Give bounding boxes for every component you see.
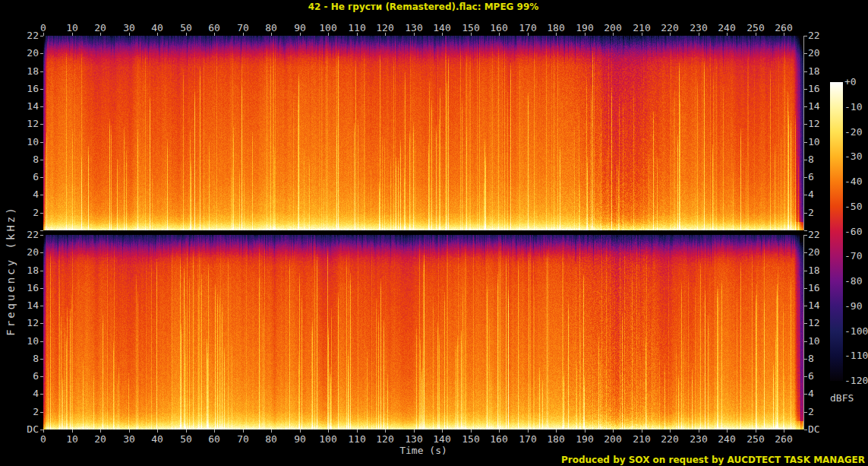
freq-tick-mark — [40, 230, 43, 231]
freq-tick-label: 10 — [0, 336, 39, 347]
freq-tick-label: 4 — [0, 388, 39, 399]
freq-tick-mark — [804, 376, 807, 377]
spectrogram-panel-channel-1 — [43, 36, 804, 230]
legend-colorbar — [830, 82, 843, 381]
time-tick-label: 210 — [627, 23, 657, 33]
freq-tick-label: 22 — [808, 30, 838, 41]
freq-tick-mark — [804, 213, 807, 214]
freq-tick-label: 10 — [0, 137, 39, 147]
freq-tick-mark — [804, 288, 807, 289]
time-tick-mark — [585, 430, 586, 433]
freq-tick-label: 16 — [0, 283, 39, 293]
time-tick-label: 120 — [370, 434, 400, 445]
time-tick-label: 260 — [769, 434, 799, 445]
time-tick-mark — [100, 430, 101, 433]
time-tick-label: 200 — [598, 434, 628, 445]
time-tick-mark — [129, 430, 130, 433]
freq-tick-mark — [804, 106, 807, 107]
time-tick-label: 190 — [570, 23, 600, 33]
freq-tick-mark — [804, 323, 807, 324]
time-tick-mark — [385, 430, 386, 433]
freq-tick-label: 8 — [0, 353, 39, 364]
time-tick-label: 0 — [28, 434, 58, 445]
legend-tick-label: -90 — [844, 301, 862, 312]
time-tick-mark — [300, 430, 301, 433]
time-tick-label: 170 — [513, 23, 543, 33]
time-tick-mark — [784, 430, 784, 433]
time-tick-label: 50 — [171, 434, 201, 445]
time-tick-label: 60 — [199, 23, 229, 33]
legend-tick-label: -100 — [844, 326, 868, 337]
freq-tick-label: 20 — [0, 247, 39, 258]
time-tick-label: 90 — [285, 23, 315, 33]
time-tick-mark — [499, 430, 500, 433]
freq-tick-label: 8 — [0, 154, 39, 165]
freq-tick-mark — [804, 53, 807, 54]
freq-tick-mark — [804, 394, 807, 395]
freq-tick-label: 6 — [0, 371, 39, 382]
legend-tick-label: +0 — [844, 77, 857, 87]
time-tick-mark — [471, 430, 472, 433]
time-tick-mark — [727, 430, 728, 433]
time-tick-label: 160 — [484, 23, 514, 33]
freq-tick-label: 2 — [0, 407, 39, 417]
spectrogram-channel-2-canvas — [43, 235, 803, 430]
time-tick-mark — [328, 430, 329, 433]
freq-tick-mark — [804, 160, 807, 160]
freq-tick-label: 12 — [0, 318, 39, 328]
time-tick-mark — [43, 430, 44, 433]
time-tick-label: 150 — [456, 434, 486, 445]
freq-tick-label: 18 — [808, 66, 838, 77]
footer-credit: Produced by SOX on request by AUCDTECT T… — [561, 455, 865, 465]
legend-tick-label: -50 — [844, 201, 862, 212]
freq-tick-label: 18 — [0, 265, 39, 276]
freq-tick-label: 2 — [0, 208, 39, 218]
freq-tick-label: 14 — [0, 101, 39, 112]
time-tick-mark — [243, 430, 244, 433]
time-tick-mark — [157, 430, 158, 433]
time-tick-mark — [528, 430, 529, 433]
time-tick-label: 10 — [57, 434, 87, 445]
freq-tick-mark — [40, 430, 43, 430]
freq-tick-label: 20 — [808, 48, 838, 59]
time-tick-label: 150 — [456, 23, 486, 33]
time-tick-label: 40 — [142, 434, 172, 445]
legend-tick-label: -120 — [844, 376, 868, 386]
time-tick-mark — [556, 430, 557, 433]
time-tick-label: 220 — [655, 434, 685, 445]
time-tick-label: 80 — [256, 434, 286, 445]
spectrogram-title: 42 - Не грусти (Remastered).flac: MPEG 9… — [43, 2, 803, 12]
freq-tick-mark — [804, 195, 807, 195]
freq-tick-label: 14 — [0, 300, 39, 311]
time-tick-label: 40 — [142, 23, 172, 33]
legend-tick-label: -10 — [844, 102, 862, 113]
time-tick-mark — [72, 430, 73, 433]
time-tick-label: 30 — [114, 23, 144, 33]
time-tick-label: 160 — [484, 434, 514, 445]
time-tick-mark — [670, 430, 671, 433]
freq-tick-label: 22 — [0, 230, 39, 240]
freq-tick-label: 4 — [0, 189, 39, 200]
time-tick-mark — [756, 430, 756, 433]
time-tick-mark — [442, 430, 443, 433]
time-tick-mark — [613, 430, 614, 433]
freq-tick-mark — [804, 252, 807, 253]
freq-tick-mark — [804, 306, 807, 306]
time-tick-label: 210 — [627, 434, 657, 445]
freq-tick-mark — [804, 341, 807, 342]
legend-tick-label: -20 — [844, 127, 862, 138]
legend-tick-label: -60 — [844, 227, 862, 237]
time-tick-label: 180 — [541, 23, 571, 33]
time-tick-label: 230 — [683, 23, 714, 33]
freq-tick-mark — [804, 412, 807, 413]
freq-tick-mark — [804, 71, 807, 72]
dbfs-unit-label: dBFS — [830, 392, 854, 404]
time-tick-label: 240 — [712, 434, 742, 445]
time-tick-label: 140 — [427, 434, 457, 445]
time-tick-label: 50 — [171, 23, 201, 33]
time-tick-label: 130 — [399, 434, 429, 445]
time-tick-mark — [214, 430, 215, 433]
time-tick-label: 110 — [342, 434, 372, 445]
time-tick-label: 130 — [399, 23, 429, 33]
time-tick-label: 120 — [370, 23, 400, 33]
